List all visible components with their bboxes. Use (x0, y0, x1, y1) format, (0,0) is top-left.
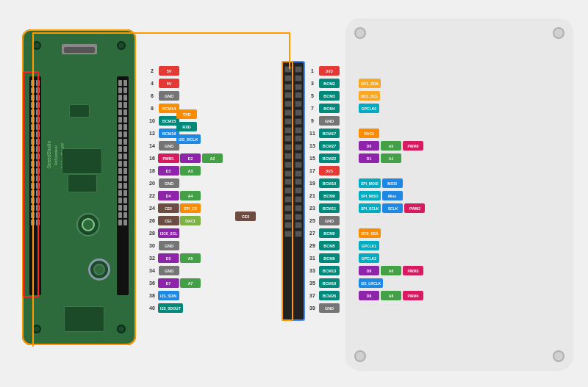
usb-port (64, 47, 95, 53)
extra-lbl-spi-sclk: SPI_SCLK (359, 203, 381, 213)
extra-lbl-d0: D0 (359, 141, 379, 151)
pin-num-19: 19 (307, 181, 318, 186)
pin-num-14: 14 (147, 143, 157, 148)
pin-lbl-3: BCM2 (319, 79, 340, 88)
lbl-i2s-bclk: I2S_BCLK (176, 134, 201, 144)
extra-lbl-d4: D4 (158, 191, 179, 200)
pin-lbl-23: BCM11 (319, 203, 340, 213)
extra-lbl-i2c0-scl: I2C0_SCL (158, 228, 179, 238)
pin-num-2: 2 (147, 68, 157, 73)
pin-num-10: 10 (147, 118, 157, 123)
extra-lbl-a7: A7 (180, 278, 201, 288)
extra-lbl-d6: D6 (359, 266, 379, 275)
lbl-ceo: CE0 (235, 211, 256, 221)
gpio-connector-right (117, 76, 129, 295)
pin-num-12: 12 (147, 131, 157, 136)
pin-num-31: 31 (307, 256, 318, 261)
pin-num-35: 35 (307, 281, 318, 286)
pin-num-22: 22 (147, 193, 157, 198)
extra-lbl-d2: D2 (180, 153, 201, 163)
pin-num-28: 28 (147, 231, 157, 236)
pin-num-21: 21 (307, 193, 318, 198)
far-right-labels: I2C1_SDA I2C1_SCL GPCLK0 DAC0 D0 A0 PWM0… (359, 65, 425, 314)
pin-num-34: 34 (147, 268, 157, 273)
pin-num-30: 30 (147, 243, 157, 248)
extra-lbl-ce1: CE1 (158, 216, 179, 225)
extra-left-labels: PWM1 D2 A2 D3 A3 D4 A4 CE0 SPI_CS CE1 DA… (158, 65, 223, 314)
pin-lbl-11: BCM17 (319, 129, 340, 138)
pin-lbl-7: BCM4 (319, 104, 340, 113)
extra-lbl-miso: Miso (382, 191, 403, 200)
extra-lbl-dac0: DAC0 (359, 129, 379, 138)
extra-lbl-gpclk1: GPCLK1 (359, 241, 379, 250)
pin-lbl-27: BCM0 (319, 228, 340, 238)
pin-num-38: 38 (147, 293, 157, 298)
pin-num-40: 40 (147, 305, 157, 311)
pin-lbl-19: BCM10 (319, 178, 340, 188)
wire-orange-connector (289, 32, 290, 69)
pin-num-23: 23 (307, 206, 318, 211)
extra-lbl-a1: A1 (381, 153, 401, 163)
extra-lbl-spi-mosi: SPI_MOSI (359, 178, 381, 188)
pin-num-13: 13 (307, 143, 318, 148)
extra-lbl-pwm4: PWM4 (403, 291, 423, 300)
extra-lbl-a0: A0 (381, 141, 401, 151)
ic-chip-3 (69, 104, 90, 117)
pin-lbl-21: BCM9 (319, 191, 340, 200)
pin-num-8: 8 (147, 106, 157, 111)
extra-lbl-pwm2: PWM2 (404, 203, 425, 213)
extra-lbl-a3: A3 (180, 166, 201, 176)
extra-lbl-gpclk0: GPCLK0 (359, 104, 379, 113)
pin-lbl-37: BCM26 (319, 291, 340, 300)
extra-lbl-d5: D5 (158, 253, 179, 263)
pin-num-11: 11 (307, 131, 318, 136)
pin-lbl-29: BCM5 (319, 241, 340, 250)
right-pin-labels: 1 3V3 3 BCM2 5 BCM3 7 BCM4 9 GND 11 BCM1… (307, 65, 340, 314)
extra-lbl-a8: A8 (381, 291, 401, 300)
pin-lbl-35: BCM19 (319, 278, 340, 288)
ic-chip-2 (68, 174, 97, 192)
pin-lbl-25: GND (319, 216, 340, 225)
extra-lbl-a6: A6 (381, 266, 401, 275)
extra-lbl-i2s-lrclk: I2S_LRCLK (359, 278, 383, 288)
panel-screw-br (553, 350, 564, 362)
pin-num-5: 5 (307, 93, 318, 98)
extra-lbl-pwm3: PWM3 (403, 266, 423, 275)
function-labels-left: TXD RXD I2S_BCLK (176, 108, 201, 145)
pin-num-7: 7 (307, 106, 318, 111)
pin-num-32: 32 (147, 256, 157, 261)
gear-component (88, 258, 110, 281)
pin-num-4: 4 (147, 81, 157, 86)
pin-num-37: 37 (307, 293, 318, 298)
pin-num-3: 3 (307, 81, 318, 86)
brand-text: SeeedStudio (46, 141, 53, 168)
screw-hole-tr (117, 41, 126, 50)
pin-num-36: 36 (147, 281, 157, 286)
pin-num-9: 9 (307, 118, 318, 123)
pin-lbl-39: GND (319, 303, 340, 313)
pin-num-29: 29 (307, 243, 318, 248)
pin-lbl-31: BCM6 (319, 253, 340, 263)
extra-lbl-a4: A4 (180, 191, 201, 200)
extra-lbl-dac1: DAC1 (180, 216, 201, 225)
pin-lbl-1: 3V3 (319, 66, 340, 76)
pin-lbl-33: BCM13 (319, 266, 340, 275)
main-container: SeeedStudio ReSpeaker 2-Mics Pi HAT v1.1 (0, 0, 588, 387)
extra-lbl-spi-miso: SPI_MISO (359, 191, 381, 200)
extra-lbl-a5: A5 (180, 253, 201, 263)
lbl-rxd: RXD (176, 122, 197, 131)
extra-lbl-d7: D7 (158, 278, 179, 288)
extra-lbl-i2c1-sda: I2C1_SDA (359, 79, 381, 88)
extra-lbl-i2s-sdin: I2S_SDIN (158, 291, 179, 300)
pin-num-39: 39 (307, 305, 318, 311)
extra-lbl-pwm0: PWM0 (403, 141, 423, 151)
pin-num-25: 25 (307, 218, 318, 223)
extra-lbl-i2s-sdout: I2S_SDOUT (158, 303, 183, 313)
pin-num-6: 6 (147, 93, 157, 98)
wire-orange-vertical (32, 32, 34, 347)
pin-num-17: 17 (307, 168, 318, 173)
pi-hat-board: SeeedStudio ReSpeaker 2-Mics Pi HAT v1.1 (22, 29, 136, 345)
extra-lbl-pwm1: PWM1 (158, 153, 179, 163)
panel-screw-tl (354, 27, 366, 39)
ceo-container: CE0 (235, 210, 256, 223)
